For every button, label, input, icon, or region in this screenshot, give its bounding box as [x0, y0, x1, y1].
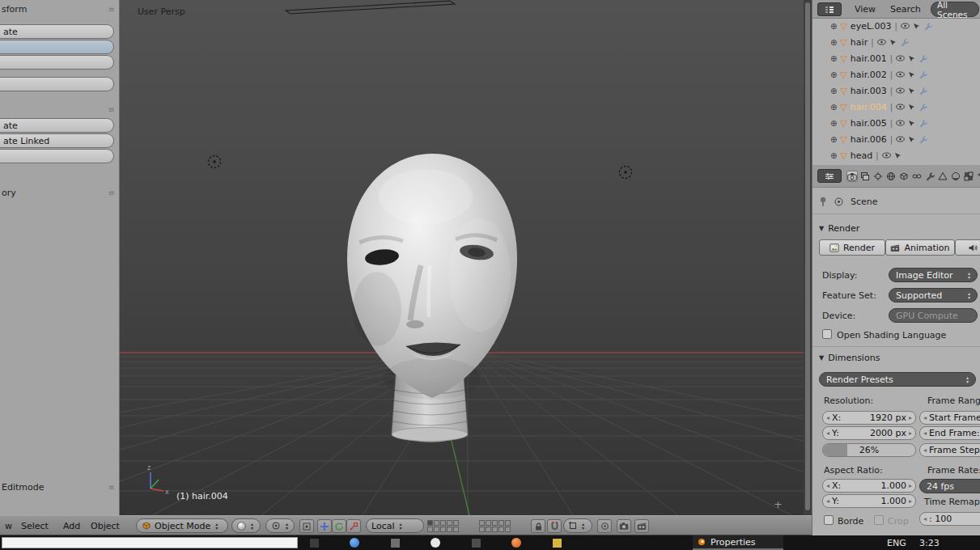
outliner-row-hair004-selected[interactable]: ⊕ ▽ hair.004 |: [812, 99, 980, 115]
expand-icon[interactable]: ⊕: [830, 70, 837, 79]
selectability-cursor-icon[interactable]: [908, 120, 915, 127]
selectability-cursor-icon[interactable]: [889, 39, 897, 46]
tab-object-data[interactable]: [937, 171, 948, 182]
visibility-eye-icon[interactable]: [896, 71, 905, 78]
scene-lock-toggle[interactable]: [531, 519, 545, 533]
object-name[interactable]: hair: [851, 37, 868, 48]
audio-button[interactable]: [955, 239, 980, 256]
resolution-y-field[interactable]: ◂ Y: 2000 px ▸: [822, 426, 916, 440]
time-remap-old-field[interactable]: ◂ : 100 ▸: [919, 512, 980, 526]
selectability-cursor-icon[interactable]: [908, 87, 915, 95]
opengl-render-anim-button[interactable]: [634, 519, 649, 533]
tool-button-rotate[interactable]: [0, 40, 114, 54]
selectability-cursor-icon[interactable]: [908, 104, 915, 111]
start-frame-field[interactable]: ◂ Start Frame: [919, 411, 980, 425]
animation-button[interactable]: Animation: [885, 239, 955, 256]
outliner-row-eyeL003[interactable]: ⊕ ▽ eyeL.003 |: [812, 18, 980, 34]
panel-header-edit[interactable]: ≡: [0, 103, 120, 116]
selectability-cursor-icon[interactable]: [894, 152, 902, 159]
osl-label[interactable]: Open Shading Language: [837, 330, 946, 341]
tool-button-duplicate[interactable]: ate: [0, 118, 114, 133]
layers-grid-left[interactable]: [427, 520, 459, 532]
camera-frustum[interactable]: [286, 1, 455, 14]
visibility-eye-icon[interactable]: [901, 23, 910, 29]
menu-add[interactable]: Add: [63, 521, 80, 531]
render-panel-header[interactable]: ▼ Render: [819, 223, 859, 234]
object-name[interactable]: hair.002: [851, 70, 887, 80]
tool-button-scale[interactable]: [0, 55, 114, 70]
aspect-y-field[interactable]: ◂ Y: 1.000 ▸: [822, 494, 916, 508]
tab-texture[interactable]: [963, 171, 974, 182]
visibility-eye-icon[interactable]: [882, 152, 891, 159]
resolution-percentage-slider[interactable]: 26%: [822, 443, 916, 457]
outliner-row-hair002[interactable]: ⊕ ▽ hair.002 |: [812, 66, 980, 82]
expand-icon[interactable]: ⊕: [830, 119, 837, 128]
outliner-menu-search[interactable]: Search: [890, 4, 921, 15]
object-name[interactable]: hair.001: [851, 53, 887, 64]
panel-drag-handle-icon[interactable]: ≡: [108, 5, 115, 14]
pin-icon[interactable]: [819, 197, 827, 207]
manipulator-translate-toggle[interactable]: [317, 519, 332, 533]
collapse-triangle-icon[interactable]: ▼: [819, 354, 824, 362]
tab-object[interactable]: [898, 171, 910, 182]
decrement-arrow-icon[interactable]: ◂: [826, 429, 829, 437]
outliner-row-hair003[interactable]: ⊕ ▽ hair.003 |: [812, 82, 980, 99]
taskbar-app-icon-4[interactable]: [469, 537, 482, 548]
tab-constraints[interactable]: [911, 171, 923, 182]
taskbar-properties-window[interactable]: Properties: [693, 535, 783, 550]
render-button[interactable]: Render: [819, 239, 885, 256]
decrement-arrow-icon[interactable]: ◂: [826, 482, 829, 489]
border-checkbox[interactable]: [824, 515, 834, 525]
outliner-row-hair006[interactable]: ⊕ ▽ hair.006 |: [812, 131, 980, 147]
object-name[interactable]: hair.006: [851, 134, 887, 145]
expand-icon[interactable]: ⊕: [830, 54, 837, 63]
collapse-triangle-icon[interactable]: ▼: [819, 225, 824, 232]
outliner-row-hair001[interactable]: ⊕ ▽ hair.001 |: [812, 50, 980, 66]
frame-step-field[interactable]: ◂ Frame Step: [919, 443, 980, 457]
pivot-align-toggle[interactable]: [299, 519, 314, 533]
manipulator-scale-toggle[interactable]: [346, 519, 361, 533]
increment-arrow-icon[interactable]: ▸: [909, 482, 912, 489]
opengl-render-still-button[interactable]: [617, 519, 631, 533]
visibility-eye-icon[interactable]: [896, 120, 905, 126]
object-name[interactable]: hair.005: [851, 118, 887, 129]
tool-button-translate[interactable]: ate: [0, 24, 114, 39]
display-dropdown[interactable]: Image Editor ▴▾: [889, 268, 978, 282]
taskbar-app-icon-2[interactable]: [388, 537, 401, 548]
selectability-cursor-icon[interactable]: [908, 71, 915, 78]
decrement-arrow-icon[interactable]: ◂: [923, 429, 927, 437]
editor-type-selector[interactable]: [817, 2, 842, 16]
taskbar-window-preview[interactable]: [2, 537, 298, 548]
visibility-eye-icon[interactable]: [877, 39, 886, 45]
browser-icon[interactable]: [348, 537, 361, 548]
menu-select[interactable]: Select: [21, 521, 49, 531]
decrement-arrow-icon[interactable]: ◂: [826, 414, 829, 421]
tab-world[interactable]: [885, 171, 897, 182]
expand-icon[interactable]: ⊕: [830, 22, 837, 31]
viewport-canvas[interactable]: z x: [120, 0, 804, 515]
language-indicator[interactable]: ENG: [887, 538, 906, 548]
expand-icon[interactable]: ⊕: [830, 38, 837, 47]
snap-magnet-toggle[interactable]: [547, 519, 562, 533]
visibility-eye-icon[interactable]: [896, 104, 905, 110]
selectability-cursor-icon[interactable]: [908, 55, 915, 62]
orientation-dropdown[interactable]: Local ▴▾: [366, 518, 424, 533]
tool-button-delete[interactable]: [0, 149, 114, 163]
region-corner-plus[interactable]: +: [774, 498, 783, 510]
tab-particles[interactable]: [976, 171, 980, 182]
expand-icon[interactable]: ⊕: [830, 87, 837, 95]
taskbar-app-icon-3[interactable]: [429, 537, 442, 548]
editor-type-selector[interactable]: [817, 169, 842, 183]
decrement-arrow-icon[interactable]: ◂: [923, 515, 927, 522]
osl-checkbox[interactable]: [822, 329, 832, 339]
layers-grid-right[interactable]: [479, 520, 511, 532]
panel-header-transform[interactable]: sform ≡: [0, 2, 120, 16]
expand-icon[interactable]: ⊕: [830, 135, 837, 144]
decrement-arrow-icon[interactable]: ◂: [923, 446, 927, 454]
snap-target-toggle[interactable]: [597, 519, 612, 533]
expand-icon[interactable]: ⊕: [830, 151, 837, 160]
dimensions-panel-header[interactable]: ▼ Dimensions: [819, 353, 880, 363]
object-name[interactable]: eyeL.003: [851, 21, 892, 32]
selectability-cursor-icon[interactable]: [908, 136, 915, 143]
device-dropdown[interactable]: GPU Compute: [889, 308, 978, 323]
